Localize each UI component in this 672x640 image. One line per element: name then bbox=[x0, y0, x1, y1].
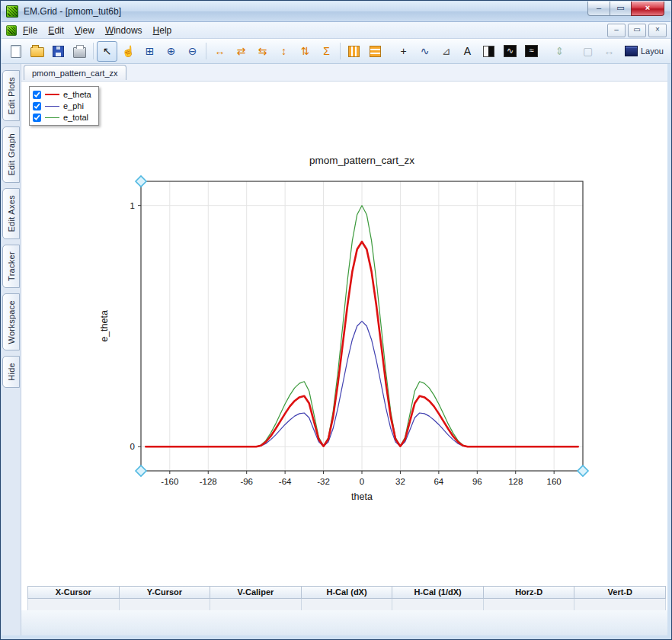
zoom-in-button[interactable]: ⊕ bbox=[161, 41, 181, 62]
open-button[interactable] bbox=[27, 41, 47, 62]
expand-horizontal-button[interactable]: ⇄ bbox=[231, 41, 251, 62]
legend-checkbox-e-total[interactable] bbox=[33, 114, 41, 122]
window-controls: – ▭ × bbox=[587, 2, 664, 16]
horizontal-stripes-button[interactable] bbox=[365, 41, 386, 62]
fit-width-button[interactable]: ↔ bbox=[210, 41, 230, 62]
legend-checkbox-e-phi[interactable] bbox=[33, 102, 41, 110]
sidebar-tab-label: Edit Plots bbox=[7, 77, 16, 114]
select-region-disabled-icon: ▢ bbox=[583, 46, 593, 56]
y-tick-label: 0 bbox=[130, 442, 135, 451]
fit-height-icon: ↕ bbox=[281, 46, 286, 56]
mdi-close-button[interactable]: × bbox=[648, 24, 667, 37]
menu-help[interactable]: Help bbox=[148, 24, 178, 37]
close-button[interactable]: × bbox=[631, 2, 664, 16]
autoscale-button[interactable]: Σ bbox=[316, 41, 337, 62]
fit-page-disabled-button[interactable]: ⇕ bbox=[549, 41, 570, 62]
print-button[interactable] bbox=[69, 41, 90, 62]
title-bar: EM.Grid - [pmom_tut6b] – ▭ × bbox=[2, 2, 670, 22]
new-file-button[interactable] bbox=[5, 41, 26, 62]
x-tick-label: -32 bbox=[317, 477, 330, 486]
table-header-horz-d: Horz-D bbox=[484, 586, 575, 599]
zoom-window-button[interactable]: ⊞ bbox=[139, 41, 160, 62]
x-tick-label: 160 bbox=[547, 477, 562, 486]
caliper-button[interactable]: ⊿ bbox=[436, 41, 456, 62]
toolbar-separator bbox=[93, 43, 94, 59]
x-tick-label: -160 bbox=[161, 477, 178, 486]
app-logo-icon bbox=[6, 5, 18, 18]
x-tick-label: 0 bbox=[360, 477, 364, 486]
toolbar-separator bbox=[340, 43, 341, 59]
fit-page-disabled-icon: ⇕ bbox=[555, 46, 565, 56]
measure-disabled-button[interactable]: ↔ bbox=[599, 41, 619, 62]
document-tab[interactable]: pmom_pattern_cart_zx bbox=[24, 65, 126, 80]
table-header-x-cursor: X-Cursor bbox=[27, 586, 120, 599]
menu-windows[interactable]: Windows bbox=[100, 24, 148, 37]
select-region-disabled-button[interactable]: ▢ bbox=[578, 41, 598, 62]
zoom-out-button[interactable]: ⊖ bbox=[182, 41, 203, 62]
open-icon bbox=[30, 47, 44, 57]
document-tab-bar: pmom_pattern_cart_zx bbox=[21, 64, 667, 82]
sidebar-tab-hide[interactable]: Hide bbox=[2, 356, 20, 388]
fit-width-icon: ↔ bbox=[215, 46, 226, 56]
expand-horizontal-icon: ⇄ bbox=[237, 46, 246, 56]
legend-checkbox-e-theta[interactable] bbox=[33, 91, 41, 99]
vertical-stripes-icon bbox=[348, 46, 360, 57]
sidebar-tab-workspace[interactable]: Workspace bbox=[2, 293, 20, 351]
pan-tool-button[interactable]: ☝ bbox=[118, 41, 139, 62]
chart-title: pmom_pattern_cart_zx bbox=[309, 155, 414, 166]
app-window: EM.Grid - [pmom_tut6b] – ▭ × FileEditVie… bbox=[0, 0, 672, 640]
menu-edit[interactable]: Edit bbox=[43, 24, 69, 37]
crosshair-icon: + bbox=[400, 46, 406, 56]
layout-select[interactable]: Layou bbox=[621, 41, 667, 62]
sidebar-tab-edit-plots[interactable]: Edit Plots bbox=[2, 70, 20, 121]
select-tool-button[interactable]: ↖ bbox=[97, 41, 117, 62]
sidebar-tab-tracker[interactable]: Tracker bbox=[2, 245, 20, 288]
select-tool-icon: ↖ bbox=[103, 46, 112, 56]
crosshair-button[interactable]: + bbox=[393, 41, 414, 62]
axis-resize-handle-bottom-left[interactable] bbox=[136, 466, 146, 476]
menu-items: FileEditViewWindowsHelp bbox=[18, 24, 177, 37]
x-tick-label: -96 bbox=[240, 477, 253, 486]
minimize-button[interactable]: – bbox=[587, 2, 610, 16]
axis-resize-handle-bottom-right[interactable] bbox=[578, 466, 588, 476]
legend-item-e-total: e_total bbox=[33, 113, 91, 122]
expand-vertical-button[interactable]: ⇅ bbox=[295, 41, 315, 62]
axis-resize-handle-top-left[interactable] bbox=[136, 176, 146, 187]
sidebar-tab-edit-axes[interactable]: Edit Axes bbox=[2, 188, 20, 239]
maximize-button[interactable]: ▭ bbox=[610, 2, 631, 16]
shrink-horizontal-button[interactable]: ⇆ bbox=[252, 41, 273, 62]
mdi-minimize-button[interactable]: – bbox=[607, 24, 626, 37]
mdi-restore-button[interactable]: ▭ bbox=[628, 24, 646, 37]
y-axis-label: e_theta bbox=[99, 310, 110, 342]
x-tick-label: -128 bbox=[200, 477, 217, 486]
sidebar-tab-label: Workspace bbox=[7, 300, 16, 344]
menu-view[interactable]: View bbox=[69, 24, 100, 37]
document-area: pmom_pattern_cart_zx e_thetae_phie_total… bbox=[21, 64, 667, 635]
table-header-h-cal-dx: H-Cal (dX) bbox=[302, 586, 393, 599]
text-annotation-icon: A bbox=[464, 46, 471, 56]
status-table-header: X-CursorY-CursorV-CaliperH-Cal (dX)H-Cal… bbox=[27, 586, 666, 599]
legend-label: e_theta bbox=[63, 90, 91, 99]
vertical-stripes-button[interactable] bbox=[344, 41, 364, 62]
save-button[interactable] bbox=[48, 41, 69, 62]
zoom-window-icon: ⊞ bbox=[146, 46, 155, 56]
sidebar-tabstrip: Edit PlotsEdit GraphEdit AxesTrackerWork… bbox=[2, 64, 21, 635]
menu-file[interactable]: File bbox=[18, 24, 43, 37]
sidebar-tab-edit-graph[interactable]: Edit Graph bbox=[2, 126, 20, 183]
curve-axes-button[interactable]: ∿ bbox=[414, 41, 435, 62]
fit-height-button[interactable]: ↕ bbox=[274, 41, 294, 62]
sidebar-tab-label: Edit Axes bbox=[7, 195, 16, 232]
table-header-h-cal-1-dx: H-Cal (1/dX) bbox=[392, 586, 484, 599]
save-icon bbox=[53, 46, 64, 57]
legend-line-swatch bbox=[45, 106, 59, 107]
plot-style-icon bbox=[483, 46, 494, 57]
new-file-icon bbox=[11, 45, 21, 58]
document-tab-label: pmom_pattern_cart_zx bbox=[32, 69, 118, 78]
window-title: EM.Grid - [pmom_tut6b] bbox=[24, 6, 121, 17]
legend-item-e-theta: e_theta bbox=[33, 90, 91, 99]
text-annotation-button[interactable]: A bbox=[457, 41, 478, 62]
layout-label: Layou bbox=[641, 46, 664, 56]
plot-style-button[interactable] bbox=[478, 41, 499, 62]
waveform-button[interactable]: ∿ bbox=[500, 41, 520, 62]
waveform-multi-button[interactable]: ≈ bbox=[521, 41, 542, 62]
